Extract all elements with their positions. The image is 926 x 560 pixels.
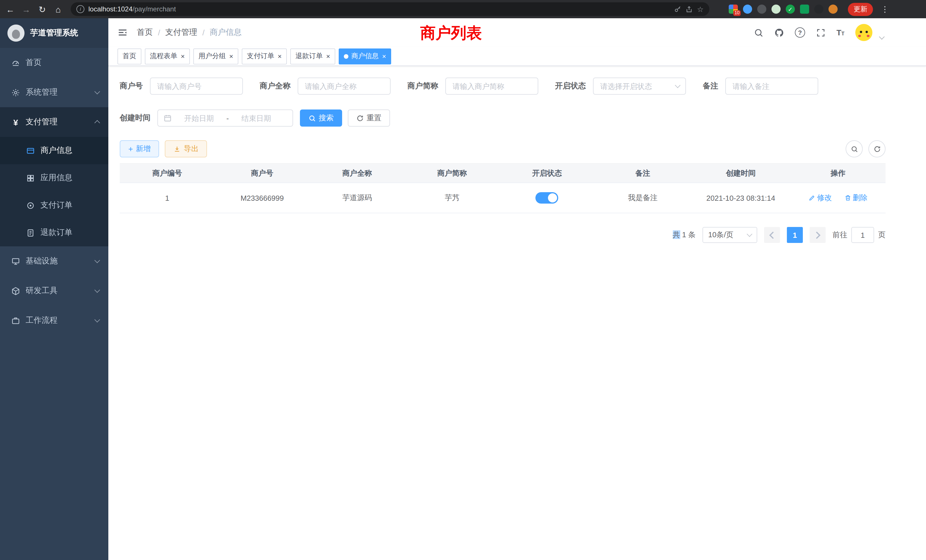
next-page-button[interactable] <box>809 227 826 243</box>
col-status: 开启状态 <box>499 163 595 183</box>
start-date-input[interactable] <box>175 113 223 123</box>
sidebar-item-home[interactable]: 首页 <box>0 48 108 77</box>
sidebar-item-pay[interactable]: ¥ 支付管理 <box>0 107 108 137</box>
active-dot <box>344 54 348 59</box>
search-icon <box>309 114 316 122</box>
search-icon[interactable] <box>754 28 764 37</box>
record-icon <box>26 201 35 210</box>
close-icon[interactable]: × <box>181 53 185 60</box>
sidebar-item-workflow[interactable]: 工作流程 <box>0 306 108 335</box>
col-short-name: 商户简称 <box>404 163 499 183</box>
short-name-input[interactable] <box>451 81 532 91</box>
reload-icon[interactable]: ↻ <box>36 5 48 14</box>
sidebar-item-refund-order[interactable]: 退款订单 <box>0 219 108 246</box>
box-icon <box>11 286 20 295</box>
refresh-table-button[interactable] <box>869 140 885 157</box>
cell-remark: 我是备注 <box>595 183 691 213</box>
key-icon[interactable] <box>674 5 682 13</box>
merchant-no-input[interactable] <box>156 81 236 91</box>
status-toggle[interactable] <box>536 192 558 204</box>
avatar-caret-icon[interactable] <box>879 34 885 39</box>
remark-input[interactable] <box>731 81 812 91</box>
full-name-input[interactable] <box>304 81 384 91</box>
help-icon[interactable]: ? <box>795 27 805 38</box>
extension-icon-7[interactable] <box>814 5 823 14</box>
col-merchant-no: 商户号 <box>215 163 310 183</box>
prev-page-button[interactable] <box>764 227 780 243</box>
cell-merchant-no: M233666999 <box>215 183 310 213</box>
table-header-row: 商户编号 商户号 商户全称 商户简称 开启状态 备注 创建时间 操作 <box>120 163 885 183</box>
extension-icon-3[interactable] <box>757 5 766 14</box>
breadcrumb-home[interactable]: 首页 <box>137 27 153 38</box>
col-merchant-id: 商户编号 <box>120 163 215 183</box>
close-icon[interactable]: × <box>382 53 386 60</box>
sidebar-item-system[interactable]: 系统管理 <box>0 77 108 107</box>
table-row: 1 M233666999 芋道源码 芋艿 我是备注 2021-10-23 08:… <box>120 183 885 213</box>
sidebar-item-pay-order[interactable]: 支付订单 <box>0 192 108 219</box>
end-date-input[interactable] <box>232 113 280 123</box>
page-buttons: 1 <box>764 227 826 243</box>
close-icon[interactable]: × <box>278 53 282 60</box>
extension-icon-1[interactable]: 10 <box>729 5 738 14</box>
edit-button[interactable]: 修改 <box>808 193 832 203</box>
tab-merchant-info[interactable]: 商户信息× <box>339 48 391 64</box>
status-select-input[interactable] <box>599 81 672 91</box>
breadcrumb-pay[interactable]: 支付管理 <box>165 27 197 38</box>
extension-icon-4[interactable] <box>772 5 781 14</box>
goto-page-input[interactable] <box>851 227 874 243</box>
app-title: 芋道管理系统 <box>30 28 78 38</box>
tab-process-form[interactable]: 流程表单× <box>145 48 190 64</box>
bookmark-star-icon[interactable]: ☆ <box>697 5 704 14</box>
tab-user-group[interactable]: 用户分组× <box>193 48 238 64</box>
browser-update-button[interactable]: 更新 <box>848 3 873 16</box>
status-select[interactable] <box>593 77 685 95</box>
extension-icon-6[interactable] <box>800 5 809 14</box>
table-toolbar: + 新增 导出 <box>120 140 885 157</box>
toggle-search-button[interactable] <box>846 140 863 157</box>
top-navbar: 首页 / 支付管理 / 商户信息 商户列表 ? TT <box>108 18 926 47</box>
search-button[interactable]: 搜索 <box>300 109 342 127</box>
pagination: 共 1 条 10条/页 1 前往 页 <box>120 227 885 243</box>
goto-label: 前往 <box>832 230 847 240</box>
browser-menu-icon[interactable]: ⋮ <box>881 5 889 14</box>
full-name-label: 商户全称 <box>260 81 291 91</box>
tab-refund-order[interactable]: 退款订单× <box>290 48 335 64</box>
page-size-select[interactable]: 10条/页 <box>702 227 757 243</box>
fullscreen-icon[interactable] <box>816 28 826 37</box>
status-label: 开启状态 <box>555 81 586 91</box>
close-icon[interactable]: × <box>229 53 233 60</box>
home-icon[interactable]: ⌂ <box>53 5 64 14</box>
sidebar-item-infrastructure[interactable]: 基础设施 <box>0 246 108 276</box>
sidebar-fold-icon[interactable] <box>118 27 128 38</box>
extension-icon-8[interactable] <box>829 5 838 14</box>
app-logo[interactable]: 芋道管理系统 <box>0 18 108 48</box>
back-icon[interactable]: ← <box>5 5 16 14</box>
sidebar-item-dev-tools[interactable]: 研发工具 <box>0 276 108 306</box>
add-button[interactable]: + 新增 <box>120 140 159 157</box>
chevron-down-icon <box>94 317 100 322</box>
site-info-icon[interactable]: i <box>76 5 85 13</box>
github-icon[interactable] <box>774 28 784 37</box>
tab-home[interactable]: 首页 <box>118 48 141 64</box>
date-range-picker[interactable]: - <box>157 109 293 127</box>
reset-button[interactable]: 重置 <box>348 109 390 127</box>
sidebar-item-merchant-info[interactable]: 商户信息 <box>0 137 108 164</box>
tab-pay-order[interactable]: 支付订单× <box>242 48 287 64</box>
export-button[interactable]: 导出 <box>165 140 207 157</box>
share-icon[interactable] <box>685 5 693 13</box>
sidebar: 芋道管理系统 首页 系统管理 ¥ 支付管理 <box>0 18 108 560</box>
forward-icon[interactable]: → <box>21 5 32 14</box>
current-page-button[interactable]: 1 <box>787 227 803 243</box>
close-icon[interactable]: × <box>326 53 330 60</box>
font-size-icon[interactable]: TT <box>837 29 844 36</box>
address-bar[interactable]: i localhost:1024/pay/merchant ☆ <box>71 2 709 16</box>
user-avatar[interactable] <box>855 24 872 41</box>
total-text: 共 1 条 <box>673 230 696 240</box>
extension-icon-5[interactable]: ✓ <box>786 5 795 14</box>
extension-icon-2[interactable] <box>743 5 752 14</box>
short-name-input-wrap <box>445 77 538 95</box>
gear-icon <box>11 88 20 97</box>
sidebar-item-app-info[interactable]: 应用信息 <box>0 164 108 192</box>
delete-button[interactable]: 删除 <box>844 193 867 203</box>
navbar-actions: ? TT <box>754 24 884 41</box>
